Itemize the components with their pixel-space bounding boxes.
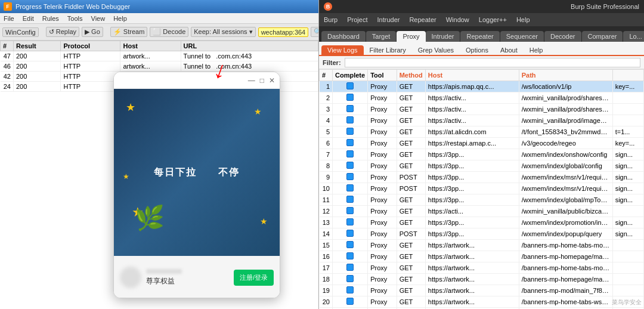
table-row[interactable]: 5 Proxy GET https://at.alicdn.com /t/fon…: [320, 126, 644, 138]
tab-sequencer[interactable]: Sequencer: [500, 31, 544, 42]
table-row[interactable]: 7 Proxy GET https://3pp... /wxmem/index/…: [320, 149, 644, 160]
burp-menu-burp[interactable]: Burp: [319, 15, 342, 24]
decode-label: ⬜ Decode: [153, 28, 185, 36]
table-row[interactable]: 2 Proxy GET https://activ... /wxmini_van…: [320, 92, 644, 104]
mobile-preview-header: — □ ✕: [114, 72, 280, 89]
filter-input[interactable]: [345, 58, 640, 67]
col-complete[interactable]: Complete: [333, 70, 368, 81]
tab-lo[interactable]: Lo...: [623, 31, 644, 42]
tab-proxy[interactable]: Proxy: [397, 31, 425, 42]
burp-menu-window[interactable]: Window: [441, 15, 474, 24]
subtab-grep-values[interactable]: Grep Values: [412, 45, 460, 55]
tab-decoder[interactable]: Decoder: [544, 31, 581, 42]
fiddler-panel: F Progress Telerik Fiddler Web Debugger …: [0, 0, 319, 309]
table-row[interactable]: 19 Proxy GET https://artwork... /banners…: [320, 285, 644, 296]
replay-label: ↺ Replay: [49, 28, 76, 36]
find-button[interactable]: 🔍 Find: [311, 27, 318, 37]
stream-label: ⚡ Stream: [113, 28, 145, 36]
fiddler-title: Progress Telerik Fiddler Web Debugger: [16, 3, 130, 10]
decode-button[interactable]: ⬜ Decode: [150, 27, 188, 37]
keep-button[interactable]: Keep: All sessions ▾: [191, 27, 255, 37]
col-extra[interactable]: [612, 70, 643, 81]
col-host[interactable]: Host: [120, 41, 181, 51]
burp-menubar: Burp Project Intruder Repeater Window Lo…: [319, 13, 644, 26]
subtab-options[interactable]: Options: [460, 45, 494, 55]
table-row[interactable]: 14 Proxy POST https://3pp... /wxmem/inde…: [320, 228, 644, 240]
col-protocol[interactable]: Protocol: [61, 41, 120, 51]
menu-file[interactable]: File: [2, 15, 16, 22]
burp-title-left: B: [324, 2, 332, 11]
star-deco-4: ★: [260, 217, 268, 226]
fiddler-toolbar: WinConfig ↺ Replay ▶ Go ⚡ Stream ⬜ Decod…: [0, 24, 318, 41]
character-icon: 🌿: [135, 204, 165, 232]
benefit-text: 尊享权益: [146, 276, 229, 286]
stream-button[interactable]: ⚡ Stream: [110, 27, 148, 37]
table-row[interactable]: 10 Proxy POST https://3pp... /wxmem/inde…: [320, 183, 644, 194]
tab-intruder[interactable]: Intruder: [426, 31, 460, 42]
table-row[interactable]: 15 Proxy GET https://artwork... /banners…: [320, 240, 644, 251]
preview-close[interactable]: ✕: [269, 76, 275, 85]
preview-minimize[interactable]: —: [248, 76, 255, 85]
tab-target[interactable]: Target: [366, 31, 397, 42]
table-row[interactable]: 47 200 HTTP artwork... Tunnel to .com.cn…: [1, 51, 318, 61]
menu-help[interactable]: Help: [112, 15, 128, 22]
subtab-about[interactable]: About: [494, 45, 524, 55]
tab-repeater[interactable]: Repeater: [460, 31, 499, 42]
col-url[interactable]: URL: [181, 41, 318, 51]
table-row[interactable]: 18 Proxy GET https://artwork... /banners…: [320, 274, 644, 285]
table-row[interactable]: 1 Proxy GET https://apis.map.qq.c... /ws…: [320, 81, 644, 92]
menu-edit[interactable]: Edit: [21, 15, 35, 22]
burp-menu-help[interactable]: Help: [512, 15, 535, 24]
menu-tools[interactable]: Tools: [66, 15, 84, 22]
burp-menu-repeater[interactable]: Repeater: [404, 15, 441, 24]
col-method[interactable]: Method: [397, 70, 425, 81]
mobile-bottom-label: 尊享权益: [146, 269, 229, 286]
table-row[interactable]: 12 Proxy GET https://acti... /wxmini_van…: [320, 206, 644, 217]
table-row[interactable]: 4 Proxy GET https://activ... /wxmini_van…: [320, 115, 644, 126]
col-tool[interactable]: Tool: [368, 70, 397, 81]
mobile-title-line: 每日下拉 不停: [154, 166, 240, 179]
col-result[interactable]: Result: [14, 41, 61, 51]
go-label: ▶ Go: [85, 28, 100, 36]
replay-button[interactable]: ↺ Replay: [46, 27, 79, 37]
username-blur: [146, 269, 182, 274]
fiddler-menubar: File Edit Rules Tools View Help: [0, 13, 318, 24]
register-button[interactable]: 注册/登录: [234, 270, 274, 286]
table-row[interactable]: 6 Proxy GET https://restapi.amap.c... /v…: [320, 138, 644, 149]
menu-view[interactable]: View: [90, 15, 107, 22]
fiddler-titlebar: F Progress Telerik Fiddler Web Debugger: [0, 0, 318, 13]
table-row[interactable]: 8 Proxy GET https://3pp... /wxmem/index/…: [320, 160, 644, 172]
subtab-filter-library[interactable]: Filter Library: [364, 45, 412, 55]
go-button[interactable]: ▶ Go: [82, 27, 103, 37]
burp-menu-logger[interactable]: Logger++: [474, 15, 512, 24]
subtab-help[interactable]: Help: [524, 45, 549, 55]
col-host[interactable]: Host: [425, 70, 519, 81]
burp-menu-project[interactable]: Project: [342, 15, 372, 24]
table-row[interactable]: 11 Proxy GET https://3pp... /wxmem/index…: [320, 194, 644, 206]
tab-dashboard[interactable]: Dashboard: [321, 31, 366, 42]
table-row[interactable]: 20 Proxy GET https://artwork... /banners…: [320, 296, 644, 308]
mobile-bottom: 尊享权益 注册/登录: [114, 256, 280, 298]
mobile-preview: — □ ✕ ★ ★ ★ ★ ★ 🌿 每日下拉 不停 尊享权益 注册/登录: [113, 72, 280, 298]
col-num[interactable]: #: [1, 41, 14, 51]
tab-comparer[interactable]: Comparer: [582, 31, 623, 42]
table-row[interactable]: 17 Proxy GET https://artwork... /banners…: [320, 262, 644, 274]
user-avatar: [120, 267, 141, 288]
burp-panel: B Burp Suite Professional Burp Project I…: [319, 0, 644, 309]
burp-menu-intruder[interactable]: Intruder: [373, 15, 405, 24]
table-row[interactable]: 13 Proxy GET https://3pp... /wxmem/index…: [320, 217, 644, 228]
winconfig-button[interactable]: WinConfig: [2, 27, 39, 37]
table-row[interactable]: 3 Proxy GET https://activ... /wxmini_van…: [320, 104, 644, 115]
subtab-view-logs[interactable]: View Logs: [321, 45, 364, 55]
table-row[interactable]: 9 Proxy POST https://3pp... /wxmem/index…: [320, 172, 644, 183]
url-highlight[interactable]: wechatapp:364: [258, 27, 309, 37]
menu-rules[interactable]: Rules: [41, 15, 60, 22]
col-path[interactable]: Path: [519, 70, 612, 81]
burp-titlebar: B Burp Suite Professional: [319, 0, 644, 13]
star-deco-1: ★: [126, 101, 135, 114]
col-num[interactable]: #: [320, 70, 333, 81]
table-row[interactable]: 16 Proxy GET https://artwork... /banners…: [320, 251, 644, 262]
preview-maximize[interactable]: □: [260, 76, 264, 85]
table-row[interactable]: 46 200 HTTP artwork... Tunnel to .com.cn…: [1, 61, 318, 72]
watermark: 菜鸟学安全: [612, 298, 642, 307]
